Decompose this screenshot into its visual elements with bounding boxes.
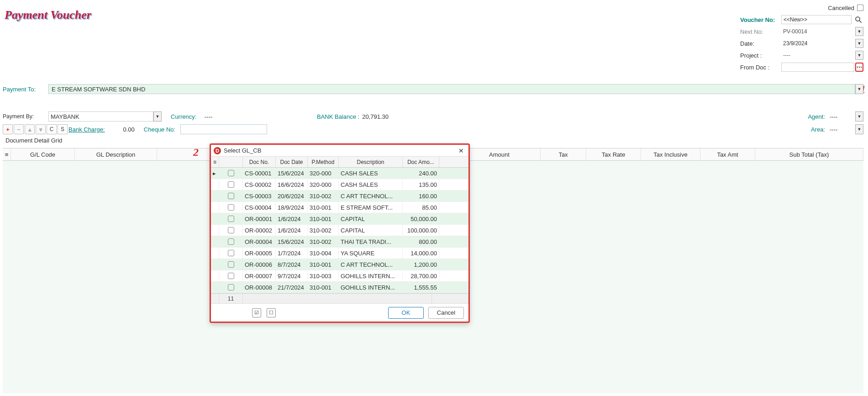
from-doc-field[interactable] xyxy=(781,63,854,72)
cell-docno: OR-00006 xyxy=(243,259,276,270)
dialog-header-pmethod[interactable]: P.Method xyxy=(308,157,339,167)
cell-desc: CASH SALES xyxy=(339,179,403,190)
next-no-dropdown[interactable]: ▼ xyxy=(855,27,863,36)
cell-pmethod: 320-000 xyxy=(308,179,339,190)
cell-amount: 160.00 xyxy=(403,190,439,201)
grid-header-glcode[interactable]: G/L Code xyxy=(11,148,75,160)
cell-docno: OR-00004 xyxy=(243,236,276,247)
area-dropdown[interactable]: ▼ xyxy=(855,124,863,134)
dialog-row-selector-header[interactable]: ≡ xyxy=(211,157,219,167)
from-doc-ellipsis-button[interactable]: ⋯ xyxy=(855,63,863,72)
cell-amount: 135.00 xyxy=(403,179,439,190)
dialog-row[interactable]: OR-0000821/7/2024310-001GOHILLS INTERN..… xyxy=(211,282,468,293)
grid-header-tax[interactable]: Tax xyxy=(541,148,586,160)
agent-label: Agent: xyxy=(808,113,825,120)
search-icon[interactable] xyxy=(853,16,863,24)
ok-button[interactable]: OK xyxy=(388,307,424,319)
dialog-row[interactable]: OR-0000415/6/2024310-002THAI TEA TRADI..… xyxy=(211,236,468,248)
project-value[interactable]: ---- xyxy=(781,51,854,60)
cell-desc: E STREAM SOFT... xyxy=(339,202,403,213)
cell-docdate: 18/9/2024 xyxy=(276,202,308,213)
dialog-row[interactable]: OR-000068/7/2024310-001C ART TECHNOL...1… xyxy=(211,259,468,270)
agent-value[interactable]: ---- xyxy=(828,111,855,121)
grid-row-selector-header[interactable]: ≡ xyxy=(3,148,11,160)
agent-dropdown[interactable]: ▼ xyxy=(855,111,863,121)
grid-header-amount[interactable]: Amount xyxy=(458,148,541,160)
dialog-header-docno[interactable]: Doc No. xyxy=(243,157,276,167)
cell-amount: 85.00 xyxy=(403,202,439,213)
row-checkbox[interactable] xyxy=(228,181,234,188)
close-icon[interactable]: ✕ xyxy=(457,147,466,154)
cheque-no-field[interactable] xyxy=(180,124,267,134)
from-doc-label: From Doc : xyxy=(740,64,781,71)
grid-header-taxrate[interactable]: Tax Rate xyxy=(586,148,641,160)
dialog-row-count: 11 xyxy=(219,294,243,303)
cancelled-label: Cancelled xyxy=(828,5,854,11)
dialog-check-header[interactable] xyxy=(219,157,243,167)
dialog-row[interactable]: CS-0000418/9/2024310-001E STREAM SOFT...… xyxy=(211,202,468,213)
deselect-all-icon[interactable]: ☐ xyxy=(267,308,276,317)
cell-docdate: 1/6/2024 xyxy=(276,213,308,224)
voucher-no-label: Voucher No: xyxy=(740,16,781,23)
date-label: Date: xyxy=(740,40,781,47)
dialog-header-desc[interactable]: Description xyxy=(339,157,403,167)
s-toggle-button[interactable]: S xyxy=(58,124,68,134)
cell-docdate: 15/6/2024 xyxy=(276,236,308,247)
voucher-no-field[interactable]: <<New>> xyxy=(781,15,852,24)
date-dropdown[interactable]: ▼ xyxy=(855,39,863,48)
cell-desc: THAI TEA TRADI... xyxy=(339,236,403,247)
cancelled-checkbox[interactable] xyxy=(857,5,863,11)
date-value[interactable]: 23/9/2024 xyxy=(781,39,854,48)
move-up-button[interactable]: ▴ xyxy=(25,124,35,134)
dialog-row[interactable]: OR-000079/7/2024310-003GOHILLS INTERN...… xyxy=(211,270,468,282)
dialog-header-amount[interactable]: Doc Amo... xyxy=(403,157,439,167)
payment-to-dropdown[interactable]: ▼ xyxy=(855,84,863,94)
dialog-row[interactable]: OR-000011/6/2024310-001CAPITAL50,000.00 xyxy=(211,213,468,225)
cell-amount: 1,200.00 xyxy=(403,259,439,270)
currency-value: ---- xyxy=(203,111,230,121)
dialog-row[interactable]: ▸CS-0000115/6/2024320-000CASH SALES240.0… xyxy=(211,168,468,179)
add-row-button[interactable]: + xyxy=(3,124,13,134)
c-toggle-button[interactable]: C xyxy=(47,124,57,134)
cell-pmethod: 310-001 xyxy=(308,282,339,293)
row-checkbox[interactable] xyxy=(228,273,234,279)
grid-header-subtotal[interactable]: Sub Total (Tax) xyxy=(755,148,863,160)
row-checkbox[interactable] xyxy=(228,261,234,268)
cell-docdate: 8/7/2024 xyxy=(276,259,308,270)
grid-header-taxamt[interactable]: Tax Amt xyxy=(700,148,755,160)
dialog-row[interactable]: OR-000051/7/2024310-004YA SQUARE14,000.0… xyxy=(211,248,468,259)
page-title: Payment Voucher xyxy=(5,8,91,22)
row-checkbox[interactable] xyxy=(228,238,234,245)
dialog-header-docdate[interactable]: Doc Date xyxy=(276,157,308,167)
remove-row-button[interactable]: − xyxy=(14,124,24,134)
row-checkbox[interactable] xyxy=(228,284,234,290)
row-checkbox[interactable] xyxy=(228,227,234,233)
cell-amount: 28,700.00 xyxy=(403,270,439,281)
grid-header-gldesc[interactable]: GL Description xyxy=(75,148,157,160)
payment-by-dropdown[interactable]: ▼ xyxy=(153,111,162,121)
area-value[interactable]: ---- xyxy=(828,124,855,134)
cell-desc: CASH SALES xyxy=(339,168,403,179)
cell-pmethod: 310-001 xyxy=(308,202,339,213)
cancel-button[interactable]: Cancel xyxy=(428,307,464,319)
project-dropdown[interactable]: ▼ xyxy=(855,51,863,60)
payment-by-field[interactable]: MAYBANK xyxy=(48,111,153,121)
select-all-icon[interactable]: ☑ xyxy=(252,308,261,317)
row-checkbox[interactable] xyxy=(228,170,234,176)
move-down-button[interactable]: ▾ xyxy=(36,124,46,134)
row-checkbox[interactable] xyxy=(228,204,234,211)
row-checkbox[interactable] xyxy=(228,250,234,256)
bank-charge-link[interactable]: Bank Charge: xyxy=(68,126,105,133)
cell-docno: OR-00005 xyxy=(243,248,276,259)
dialog-row[interactable]: OR-000021/6/2024310-002CAPITAL100,000.00 xyxy=(211,225,468,236)
row-checkbox[interactable] xyxy=(228,216,234,222)
row-checkbox[interactable] xyxy=(228,193,234,199)
payment-to-label: Payment To: xyxy=(3,86,48,93)
dialog-row[interactable]: CS-0000216/6/2024320-000CASH SALES135.00 xyxy=(211,179,468,190)
grid-header-taxincl[interactable]: Tax Inclusive xyxy=(641,148,700,160)
payment-to-field[interactable]: E STREAM SOFTWARE SDN BHD xyxy=(48,84,855,94)
cell-docno: OR-00008 xyxy=(243,282,276,293)
dialog-row[interactable]: CS-0000320/6/2024310-002C ART TECHNOL...… xyxy=(211,190,468,202)
cell-pmethod: 310-002 xyxy=(308,225,339,236)
cell-docdate: 1/6/2024 xyxy=(276,225,308,236)
